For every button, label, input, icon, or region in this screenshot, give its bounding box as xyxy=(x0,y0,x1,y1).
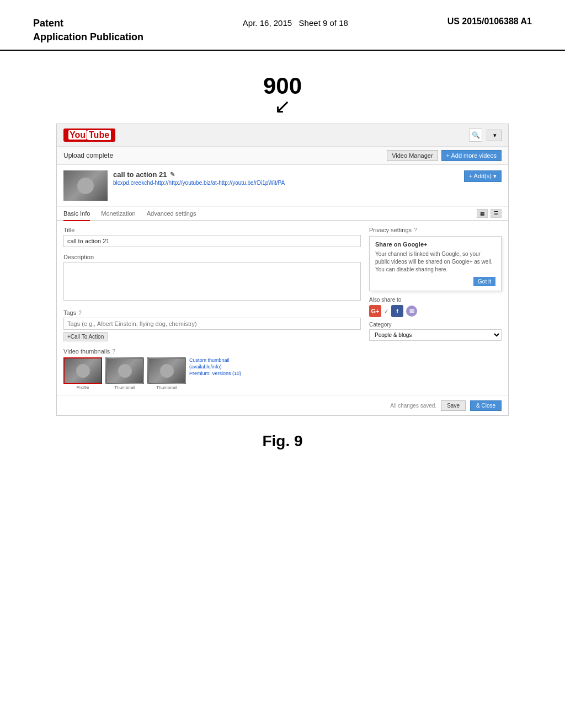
main-content: 900 ↙ YouTube 🔍 ▾ Upload complete Video … xyxy=(0,51,565,461)
patent-header-center: Apr. 16, 2015 Sheet 9 of 18 xyxy=(243,17,348,30)
custom-thumb-line1: Custom thumbnail (available/info) xyxy=(189,357,255,370)
category-select[interactable]: People & blogs xyxy=(369,329,502,341)
yt-header-right: 🔍 ▾ xyxy=(469,129,502,142)
save-button[interactable]: Save xyxy=(441,400,466,411)
thumbnail-image-3[interactable] xyxy=(147,357,186,384)
youtube-logo: YouTube xyxy=(63,129,115,142)
person-silhouette xyxy=(77,178,94,194)
yt-header: YouTube 🔍 ▾ xyxy=(57,124,508,147)
tag-chip[interactable]: +Call To Action xyxy=(63,332,108,341)
settings-button[interactable]: ▾ xyxy=(487,130,502,141)
thumbnails-label-text: Video thumbnails xyxy=(63,348,110,355)
thumb-label-1: Profile xyxy=(77,385,89,390)
thumb-label-2: Thumbnail xyxy=(114,385,135,390)
privacy-label-text: Privacy settings xyxy=(369,227,412,233)
thumbnail-image-1[interactable] xyxy=(63,357,102,384)
share-checkmark: ✓ xyxy=(384,308,388,314)
video-title-display: call to action 21 ✎ xyxy=(113,170,459,179)
patent-header-left: Patent Application Publication xyxy=(33,17,143,44)
upload-bar-buttons: Video Manager + Add more videos xyxy=(387,150,502,161)
privacy-help-icon[interactable]: ? xyxy=(414,227,417,233)
upload-complete-text: Upload complete xyxy=(63,152,113,159)
category-field-group: Category People & blogs xyxy=(369,322,502,341)
video-url: blcxpd.creekchd-http://http://youtube.bi… xyxy=(113,180,459,186)
description-field-group: Description xyxy=(63,254,361,303)
thumbnails-row: Profile Thumbnail Thumbnai xyxy=(63,357,361,390)
share-icons-row: G+ ✓ f ✉ xyxy=(369,305,502,317)
thumb-person-3 xyxy=(160,364,174,378)
video-info-row: call to action 21 ✎ blcxpd.creekchd-http… xyxy=(57,165,508,207)
header-application-publication: Application Publication xyxy=(33,31,143,42)
google-plus-share-icon[interactable]: G+ xyxy=(369,305,381,317)
video-title-text: call to action 21 xyxy=(113,170,167,179)
edit-icon[interactable]: ✎ xyxy=(170,171,175,178)
thumbnail-item-2: Thumbnail xyxy=(105,357,144,390)
thumbnails-section: Video thumbnails ? Profile xyxy=(63,348,361,390)
tags-input[interactable] xyxy=(63,318,361,330)
category-label: Category xyxy=(369,322,502,328)
got-it-button[interactable]: Got it xyxy=(473,277,495,286)
custom-thumbnail-link[interactable]: Custom thumbnail (available/info) Premiu… xyxy=(189,357,255,377)
header-sheet: Sheet 9 of 18 xyxy=(299,18,348,28)
title-label: Title xyxy=(63,227,361,233)
email-share-icon[interactable]: ✉ xyxy=(406,306,417,317)
thumbnail-inner xyxy=(63,170,108,201)
youtube-mockup: YouTube 🔍 ▾ Upload complete Video Manage… xyxy=(56,124,509,416)
tab-advanced-settings[interactable]: Advanced settings xyxy=(147,207,196,221)
header-date: Apr. 16, 2015 xyxy=(243,18,292,28)
patent-header: Patent Application Publication Apr. 16, … xyxy=(0,0,565,51)
thumb-person-1 xyxy=(76,364,90,378)
annotation-arrow: ↙ xyxy=(274,95,291,118)
changes-saved-text: All changes saved. xyxy=(390,403,436,409)
figure-label: Fig. 9 xyxy=(262,432,302,450)
tags-label: Tags ? xyxy=(63,309,361,316)
form-right-column: Privacy settings ? Share on Google+ Your… xyxy=(369,227,502,390)
thumbnails-help-icon[interactable]: ? xyxy=(112,349,115,355)
google-popup-title: Share on Google+ xyxy=(375,241,495,248)
thumbnail-image-2[interactable] xyxy=(105,357,144,384)
video-manager-button[interactable]: Video Manager xyxy=(387,150,438,161)
settings-chevron-icon: ▾ xyxy=(493,132,497,139)
tab-icons-area: ▦ ☰ xyxy=(477,207,502,220)
close-button[interactable]: & Close xyxy=(470,400,502,411)
video-title-area: call to action 21 ✎ blcxpd.creekchd-http… xyxy=(113,170,459,186)
tab-monetization[interactable]: Monetization xyxy=(101,207,135,221)
bottom-actions-area: All changes saved. Save & Close xyxy=(57,395,508,415)
facebook-share-icon[interactable]: f xyxy=(391,305,403,317)
title-label-text: Title xyxy=(63,227,74,233)
list-icon[interactable]: ☰ xyxy=(491,209,502,218)
also-share-section: Also share to G+ ✓ f ✉ xyxy=(369,297,502,317)
google-plus-popup: Share on Google+ Your channel is linked … xyxy=(369,236,502,291)
title-input[interactable] xyxy=(63,235,361,247)
tags-field-group: Tags ? +Call To Action xyxy=(63,309,361,341)
thumb-person-2 xyxy=(118,364,132,378)
custom-thumb-line2: Premium: Versions (10) xyxy=(189,371,255,377)
tags-help-icon[interactable]: ? xyxy=(78,310,82,316)
video-tabs: Basic Info Monetization Advanced setting… xyxy=(57,207,508,221)
annotation-area: 900 ↙ xyxy=(263,73,302,118)
description-label: Description xyxy=(63,254,361,260)
header-patent-number: US 2015/0106388 A1 xyxy=(447,17,532,26)
thumb-label-3: Thumbnail xyxy=(156,385,177,390)
google-popup-text: Your channel is linked with Google, so y… xyxy=(375,250,495,274)
grid-icon[interactable]: ▦ xyxy=(477,209,488,218)
patent-header-right: US 2015/0106388 A1 xyxy=(447,17,532,26)
video-thumbnail-preview xyxy=(63,170,108,201)
tags-label-text: Tags xyxy=(63,309,76,316)
title-field-group: Title xyxy=(63,227,361,247)
form-left-column: Title Description Tags ? +Ca xyxy=(63,227,361,390)
header-patent-text: Patent xyxy=(33,18,63,29)
yt-logo-you: You xyxy=(68,130,87,140)
tab-basic-info[interactable]: Basic Info xyxy=(63,207,90,221)
yt-logo-tube: Tube xyxy=(87,130,111,140)
add-more-videos-button[interactable]: + Add more videos xyxy=(441,150,502,161)
share-add-button[interactable]: + Add(s) ▾ xyxy=(464,170,502,182)
thumbnails-label: Video thumbnails ? xyxy=(63,348,361,355)
upload-bar: Upload complete Video Manager + Add more… xyxy=(57,147,508,165)
also-share-label: Also share to xyxy=(369,297,502,303)
description-textarea[interactable] xyxy=(63,262,361,301)
description-label-text: Description xyxy=(63,254,94,260)
form-area: Title Description Tags ? +Ca xyxy=(57,221,508,395)
privacy-label: Privacy settings ? xyxy=(369,227,502,233)
search-icon[interactable]: 🔍 xyxy=(469,129,482,142)
